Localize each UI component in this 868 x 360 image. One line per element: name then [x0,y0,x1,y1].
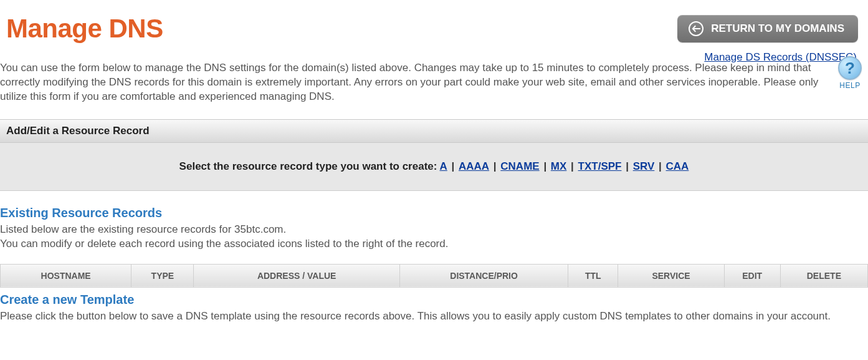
type-link-txtspf[interactable]: TXT/SPF [578,160,622,172]
select-type-lead: Select the resource record type you want… [179,160,440,172]
help-button[interactable]: ? HELP [838,56,862,90]
existing-records-line1: Listed below are the existing resource r… [0,223,868,237]
type-link-cname[interactable]: CNAME [500,160,539,172]
existing-records-line2: You can modify or delete each record usi… [0,237,868,251]
table-header-row: HOSTNAME TYPE ADDRESS / VALUE DISTANCE/P… [1,264,868,287]
arrow-left-icon [689,21,703,36]
create-template-text: Please click the button below to save a … [0,309,868,324]
col-distance: DISTANCE/PRIO [399,264,568,287]
type-link-caa[interactable]: CAA [666,160,689,172]
return-button-label: RETURN TO MY DOMAINS [711,22,844,35]
type-link-mx[interactable]: MX [551,160,567,172]
col-ttl: TTL [568,264,618,287]
intro-text: You can use the form below to manage the… [0,61,823,104]
col-type: TYPE [131,264,194,287]
type-link-a[interactable]: A [440,160,447,172]
col-value: ADDRESS / VALUE [194,264,399,287]
type-link-srv[interactable]: SRV [633,160,655,172]
add-edit-section-header: Add/Edit a Resource Record [0,119,868,143]
col-hostname: HOSTNAME [1,264,131,287]
records-table: HOSTNAME TYPE ADDRESS / VALUE DISTANCE/P… [0,264,868,288]
col-edit: EDIT [724,264,780,287]
help-icon: ? [838,56,862,80]
help-label: HELP [838,81,862,90]
type-link-aaaa[interactable]: AAAA [459,160,489,172]
col-delete: DELETE [780,264,867,287]
col-service: SERVICE [618,264,724,287]
record-type-selector-row: Select the resource record type you want… [0,143,868,191]
return-to-domains-button[interactable]: RETURN TO MY DOMAINS [677,15,858,42]
existing-records-heading: Existing Resource Records [0,206,868,220]
create-template-heading: Create a new Template [0,293,868,307]
